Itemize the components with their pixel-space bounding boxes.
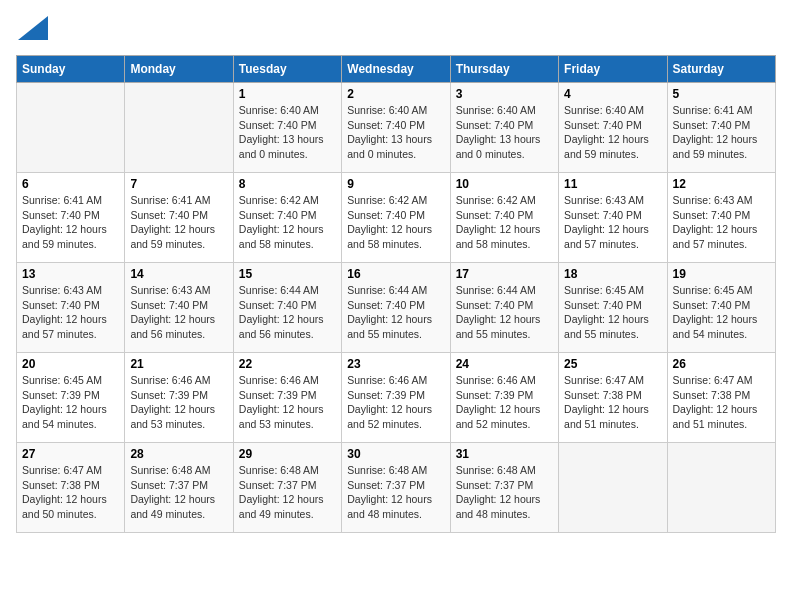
calendar-cell: 17Sunrise: 6:44 AMSunset: 7:40 PMDayligh… bbox=[450, 263, 558, 353]
day-info: Sunrise: 6:45 AMSunset: 7:40 PMDaylight:… bbox=[564, 283, 661, 342]
day-number: 22 bbox=[239, 357, 336, 371]
calendar-cell: 28Sunrise: 6:48 AMSunset: 7:37 PMDayligh… bbox=[125, 443, 233, 533]
day-number: 2 bbox=[347, 87, 444, 101]
day-number: 28 bbox=[130, 447, 227, 461]
day-number: 30 bbox=[347, 447, 444, 461]
day-header-tuesday: Tuesday bbox=[233, 56, 341, 83]
calendar-cell: 22Sunrise: 6:46 AMSunset: 7:39 PMDayligh… bbox=[233, 353, 341, 443]
calendar-cell: 3Sunrise: 6:40 AMSunset: 7:40 PMDaylight… bbox=[450, 83, 558, 173]
day-info: Sunrise: 6:42 AMSunset: 7:40 PMDaylight:… bbox=[347, 193, 444, 252]
day-number: 4 bbox=[564, 87, 661, 101]
day-info: Sunrise: 6:41 AMSunset: 7:40 PMDaylight:… bbox=[130, 193, 227, 252]
day-info: Sunrise: 6:42 AMSunset: 7:40 PMDaylight:… bbox=[239, 193, 336, 252]
day-info: Sunrise: 6:48 AMSunset: 7:37 PMDaylight:… bbox=[456, 463, 553, 522]
day-number: 25 bbox=[564, 357, 661, 371]
day-header-monday: Monday bbox=[125, 56, 233, 83]
day-info: Sunrise: 6:42 AMSunset: 7:40 PMDaylight:… bbox=[456, 193, 553, 252]
day-info: Sunrise: 6:41 AMSunset: 7:40 PMDaylight:… bbox=[22, 193, 119, 252]
day-number: 27 bbox=[22, 447, 119, 461]
day-number: 21 bbox=[130, 357, 227, 371]
day-number: 11 bbox=[564, 177, 661, 191]
day-number: 24 bbox=[456, 357, 553, 371]
day-number: 5 bbox=[673, 87, 770, 101]
calendar-cell bbox=[125, 83, 233, 173]
calendar-cell: 13Sunrise: 6:43 AMSunset: 7:40 PMDayligh… bbox=[17, 263, 125, 353]
day-info: Sunrise: 6:45 AMSunset: 7:40 PMDaylight:… bbox=[673, 283, 770, 342]
day-info: Sunrise: 6:40 AMSunset: 7:40 PMDaylight:… bbox=[564, 103, 661, 162]
day-header-wednesday: Wednesday bbox=[342, 56, 450, 83]
day-info: Sunrise: 6:40 AMSunset: 7:40 PMDaylight:… bbox=[456, 103, 553, 162]
day-info: Sunrise: 6:45 AMSunset: 7:39 PMDaylight:… bbox=[22, 373, 119, 432]
day-header-sunday: Sunday bbox=[17, 56, 125, 83]
day-info: Sunrise: 6:48 AMSunset: 7:37 PMDaylight:… bbox=[347, 463, 444, 522]
day-info: Sunrise: 6:43 AMSunset: 7:40 PMDaylight:… bbox=[564, 193, 661, 252]
calendar-cell: 12Sunrise: 6:43 AMSunset: 7:40 PMDayligh… bbox=[667, 173, 775, 263]
day-number: 17 bbox=[456, 267, 553, 281]
calendar-cell: 27Sunrise: 6:47 AMSunset: 7:38 PMDayligh… bbox=[17, 443, 125, 533]
day-info: Sunrise: 6:43 AMSunset: 7:40 PMDaylight:… bbox=[130, 283, 227, 342]
calendar-cell: 21Sunrise: 6:46 AMSunset: 7:39 PMDayligh… bbox=[125, 353, 233, 443]
calendar-cell: 20Sunrise: 6:45 AMSunset: 7:39 PMDayligh… bbox=[17, 353, 125, 443]
calendar-cell: 16Sunrise: 6:44 AMSunset: 7:40 PMDayligh… bbox=[342, 263, 450, 353]
calendar-cell: 2Sunrise: 6:40 AMSunset: 7:40 PMDaylight… bbox=[342, 83, 450, 173]
calendar-cell: 7Sunrise: 6:41 AMSunset: 7:40 PMDaylight… bbox=[125, 173, 233, 263]
calendar-cell: 10Sunrise: 6:42 AMSunset: 7:40 PMDayligh… bbox=[450, 173, 558, 263]
calendar-cell: 18Sunrise: 6:45 AMSunset: 7:40 PMDayligh… bbox=[559, 263, 667, 353]
day-header-saturday: Saturday bbox=[667, 56, 775, 83]
calendar-cell: 19Sunrise: 6:45 AMSunset: 7:40 PMDayligh… bbox=[667, 263, 775, 353]
day-number: 29 bbox=[239, 447, 336, 461]
day-info: Sunrise: 6:41 AMSunset: 7:40 PMDaylight:… bbox=[673, 103, 770, 162]
day-number: 7 bbox=[130, 177, 227, 191]
day-info: Sunrise: 6:44 AMSunset: 7:40 PMDaylight:… bbox=[239, 283, 336, 342]
calendar-header-row: SundayMondayTuesdayWednesdayThursdayFrid… bbox=[17, 56, 776, 83]
day-number: 13 bbox=[22, 267, 119, 281]
calendar-week-row: 27Sunrise: 6:47 AMSunset: 7:38 PMDayligh… bbox=[17, 443, 776, 533]
day-number: 1 bbox=[239, 87, 336, 101]
day-info: Sunrise: 6:40 AMSunset: 7:40 PMDaylight:… bbox=[239, 103, 336, 162]
day-number: 31 bbox=[456, 447, 553, 461]
calendar-cell: 11Sunrise: 6:43 AMSunset: 7:40 PMDayligh… bbox=[559, 173, 667, 263]
calendar-cell: 14Sunrise: 6:43 AMSunset: 7:40 PMDayligh… bbox=[125, 263, 233, 353]
day-number: 19 bbox=[673, 267, 770, 281]
day-number: 23 bbox=[347, 357, 444, 371]
day-info: Sunrise: 6:47 AMSunset: 7:38 PMDaylight:… bbox=[673, 373, 770, 432]
page-header bbox=[16, 16, 776, 45]
day-info: Sunrise: 6:46 AMSunset: 7:39 PMDaylight:… bbox=[456, 373, 553, 432]
calendar-cell: 4Sunrise: 6:40 AMSunset: 7:40 PMDaylight… bbox=[559, 83, 667, 173]
day-info: Sunrise: 6:43 AMSunset: 7:40 PMDaylight:… bbox=[22, 283, 119, 342]
day-number: 26 bbox=[673, 357, 770, 371]
svg-marker-0 bbox=[18, 16, 48, 40]
calendar-cell: 6Sunrise: 6:41 AMSunset: 7:40 PMDaylight… bbox=[17, 173, 125, 263]
calendar-cell bbox=[17, 83, 125, 173]
day-number: 9 bbox=[347, 177, 444, 191]
day-header-thursday: Thursday bbox=[450, 56, 558, 83]
calendar-week-row: 20Sunrise: 6:45 AMSunset: 7:39 PMDayligh… bbox=[17, 353, 776, 443]
day-number: 8 bbox=[239, 177, 336, 191]
calendar-cell: 31Sunrise: 6:48 AMSunset: 7:37 PMDayligh… bbox=[450, 443, 558, 533]
day-number: 15 bbox=[239, 267, 336, 281]
calendar-cell: 29Sunrise: 6:48 AMSunset: 7:37 PMDayligh… bbox=[233, 443, 341, 533]
day-number: 14 bbox=[130, 267, 227, 281]
calendar-cell bbox=[559, 443, 667, 533]
logo bbox=[16, 16, 48, 45]
day-info: Sunrise: 6:48 AMSunset: 7:37 PMDaylight:… bbox=[130, 463, 227, 522]
calendar-cell: 9Sunrise: 6:42 AMSunset: 7:40 PMDaylight… bbox=[342, 173, 450, 263]
day-number: 10 bbox=[456, 177, 553, 191]
day-number: 3 bbox=[456, 87, 553, 101]
day-info: Sunrise: 6:46 AMSunset: 7:39 PMDaylight:… bbox=[239, 373, 336, 432]
day-number: 20 bbox=[22, 357, 119, 371]
calendar-cell: 23Sunrise: 6:46 AMSunset: 7:39 PMDayligh… bbox=[342, 353, 450, 443]
day-info: Sunrise: 6:44 AMSunset: 7:40 PMDaylight:… bbox=[456, 283, 553, 342]
day-number: 12 bbox=[673, 177, 770, 191]
day-number: 6 bbox=[22, 177, 119, 191]
calendar-cell: 30Sunrise: 6:48 AMSunset: 7:37 PMDayligh… bbox=[342, 443, 450, 533]
calendar-cell: 25Sunrise: 6:47 AMSunset: 7:38 PMDayligh… bbox=[559, 353, 667, 443]
calendar-week-row: 1Sunrise: 6:40 AMSunset: 7:40 PMDaylight… bbox=[17, 83, 776, 173]
day-info: Sunrise: 6:48 AMSunset: 7:37 PMDaylight:… bbox=[239, 463, 336, 522]
calendar-cell: 1Sunrise: 6:40 AMSunset: 7:40 PMDaylight… bbox=[233, 83, 341, 173]
day-info: Sunrise: 6:44 AMSunset: 7:40 PMDaylight:… bbox=[347, 283, 444, 342]
day-info: Sunrise: 6:40 AMSunset: 7:40 PMDaylight:… bbox=[347, 103, 444, 162]
calendar-cell: 8Sunrise: 6:42 AMSunset: 7:40 PMDaylight… bbox=[233, 173, 341, 263]
day-info: Sunrise: 6:47 AMSunset: 7:38 PMDaylight:… bbox=[564, 373, 661, 432]
day-info: Sunrise: 6:43 AMSunset: 7:40 PMDaylight:… bbox=[673, 193, 770, 252]
